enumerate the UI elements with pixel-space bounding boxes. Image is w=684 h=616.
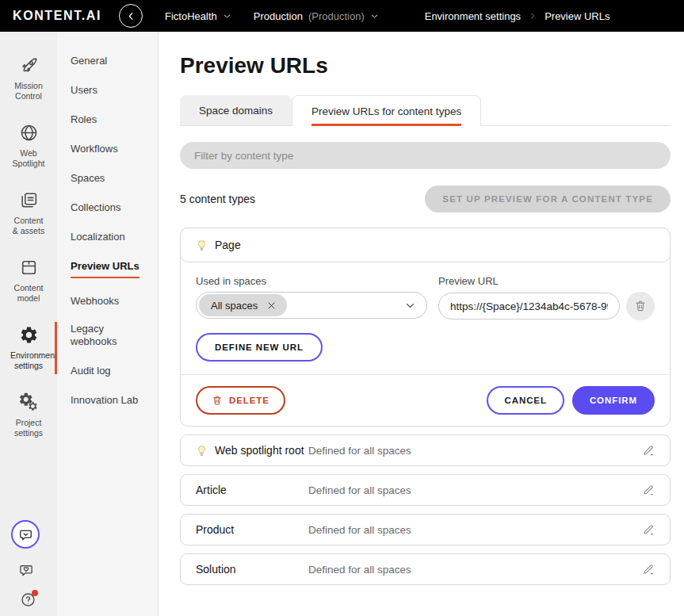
sidebar-item-roles[interactable]: Roles	[71, 105, 145, 134]
edit-preview-url-button[interactable]	[639, 560, 658, 579]
rail-item-mission-control[interactable]: Mission Control	[0, 51, 57, 106]
preview-url-row	[438, 292, 655, 320]
row-status: Defined for all spaces	[308, 445, 639, 457]
rail-item-content-model[interactable]: Content model	[0, 253, 57, 308]
caret-down-icon	[370, 12, 379, 21]
edit-preview-url-button[interactable]	[639, 480, 658, 499]
help-icon	[20, 591, 36, 608]
rail-item-content-assets[interactable]: Content & assets	[0, 186, 57, 241]
filter-content-type-input[interactable]	[180, 142, 671, 169]
row-name: Product	[196, 523, 308, 536]
count-row: 5 content types SET UP PREVIEW FOR A CON…	[180, 186, 671, 212]
delete-button[interactable]: DELETE	[196, 386, 285, 415]
preview-url-label: Preview URL	[438, 275, 655, 287]
delete-url-button[interactable]	[626, 292, 655, 320]
define-new-url-button[interactable]: DEFINE NEW URL	[196, 333, 323, 362]
topbar: KONTENT.AI FictoHealth Production (Produ…	[0, 0, 684, 32]
rocket-icon	[19, 55, 39, 75]
row-status: Defined for all spaces	[308, 484, 639, 496]
app-window: KONTENT.AI FictoHealth Production (Produ…	[0, 0, 684, 616]
lightbulb-icon	[196, 239, 208, 251]
environment-suffix: (Production)	[308, 10, 365, 22]
pencil-icon	[642, 484, 655, 496]
sidebar-item-audit-log[interactable]: Audit log	[71, 356, 145, 385]
kontent-ai-logo[interactable]: KONTENT.AI	[13, 9, 101, 23]
edit-preview-url-button[interactable]	[639, 520, 658, 539]
box-icon	[19, 258, 39, 277]
settings-sidebar: General Users Roles Workflows Spaces Col…	[57, 32, 159, 616]
environment-switcher[interactable]: Production (Production)	[254, 10, 379, 22]
content-type-row-product[interactable]: Product Defined for all spaces	[180, 514, 671, 545]
breadcrumb-preview-urls: Preview URLs	[545, 10, 609, 22]
feedback-heart-icon	[18, 563, 34, 579]
main-nav-rail: Mission Control Web Spotlight Content & …	[0, 32, 57, 616]
chevron-down-icon	[404, 300, 416, 312]
row-name: Web spotlight root	[196, 444, 308, 457]
gears-icon	[19, 392, 39, 412]
preview-url-editor-card: Page Used in spaces All spaces	[180, 228, 671, 427]
content-type-header-page[interactable]: Page	[180, 228, 671, 262]
project-name: FictoHealth	[165, 10, 217, 22]
rail-item-web-spotlight[interactable]: Web Spotlight	[0, 118, 57, 174]
content-type-row-solution[interactable]: Solution Defined for all spaces	[180, 553, 671, 585]
used-in-spaces-label: Used in spaces	[196, 275, 427, 287]
sidebar-item-localization[interactable]: Localization	[71, 222, 145, 251]
help-button[interactable]	[20, 591, 36, 608]
edit-preview-url-button[interactable]	[639, 441, 658, 460]
chat-bubble-icon	[18, 527, 33, 542]
cancel-button[interactable]: CANCEL	[487, 386, 564, 415]
confirm-button[interactable]: CONFIRM	[572, 386, 655, 415]
tab-preview-urls-for-content-types[interactable]: Preview URLs for content types	[292, 95, 481, 126]
chevron-right-icon	[529, 12, 537, 20]
gear-icon	[19, 325, 39, 345]
editor-footer: DELETE CANCEL CONFIRM	[181, 375, 670, 426]
tab-space-domains[interactable]: Space domains	[180, 95, 292, 125]
row-name: Article	[196, 484, 308, 496]
sidebar-item-users[interactable]: Users	[71, 75, 145, 105]
sidebar-item-spaces[interactable]: Spaces	[71, 163, 145, 193]
project-switcher[interactable]: FictoHealth	[165, 10, 231, 22]
remove-space-chip-icon[interactable]	[266, 300, 277, 311]
breadcrumb-environment-settings[interactable]: Environment settings	[425, 10, 521, 22]
caret-down-icon	[223, 12, 231, 21]
sidebar-item-webhooks[interactable]: Webhooks	[71, 286, 145, 316]
main-content: Preview URLs Space domains Preview URLs …	[159, 32, 684, 616]
trash-icon	[212, 395, 223, 406]
row-status: Defined for all spaces	[308, 564, 639, 576]
pencil-icon	[642, 563, 655, 576]
trash-icon	[634, 300, 647, 312]
sidebar-item-collections[interactable]: Collections	[71, 193, 145, 222]
sidebar-item-innovation-lab[interactable]: Innovation Lab	[71, 385, 145, 415]
set-up-preview-button[interactable]: SET UP PREVIEW FOR A CONTENT TYPE	[425, 186, 671, 212]
row-status: Defined for all spaces	[308, 524, 639, 536]
rail-item-project-settings[interactable]: Project settings	[0, 388, 57, 443]
sidebar-item-legacy-webhooks[interactable]: Legacy webhooks	[71, 316, 145, 356]
content-type-count: 5 content types	[180, 193, 255, 205]
breadcrumb: Environment settings Preview URLs	[425, 10, 610, 22]
content-type-row-web-spotlight-root[interactable]: Web spotlight root Defined for all space…	[180, 434, 671, 466]
sidebar-item-workflows[interactable]: Workflows	[71, 134, 145, 163]
sidebar-item-general[interactable]: General	[71, 46, 145, 75]
editor-fields: Used in spaces All spaces	[181, 262, 670, 320]
chevron-left-icon	[126, 11, 136, 21]
chat-button[interactable]	[11, 520, 40, 549]
pencil-icon	[642, 523, 655, 536]
sidebar-item-preview-urls[interactable]: Preview URLs	[71, 251, 145, 286]
globe-icon	[19, 123, 39, 143]
collapse-nav-button[interactable]	[119, 4, 143, 28]
space-chip: All spaces	[199, 294, 287, 316]
content-type-name: Page	[215, 239, 241, 251]
tab-bar: Space domains Preview URLs for content t…	[180, 95, 671, 126]
pencil-icon	[642, 444, 655, 457]
notification-dot	[32, 590, 38, 596]
pages-icon	[19, 190, 39, 210]
content-type-row-article[interactable]: Article Defined for all spaces	[180, 474, 671, 506]
define-url-wrap: DEFINE NEW URL	[181, 320, 670, 374]
preview-url-input[interactable]	[438, 293, 620, 319]
feedback-button[interactable]	[18, 563, 34, 579]
rail-item-environment-settings[interactable]: Environment settings	[0, 320, 57, 376]
environment-name: Production	[254, 10, 303, 22]
lightbulb-icon	[196, 445, 208, 457]
app-shell: Mission Control Web Spotlight Content & …	[0, 32, 684, 616]
spaces-select[interactable]: All spaces	[196, 292, 427, 319]
